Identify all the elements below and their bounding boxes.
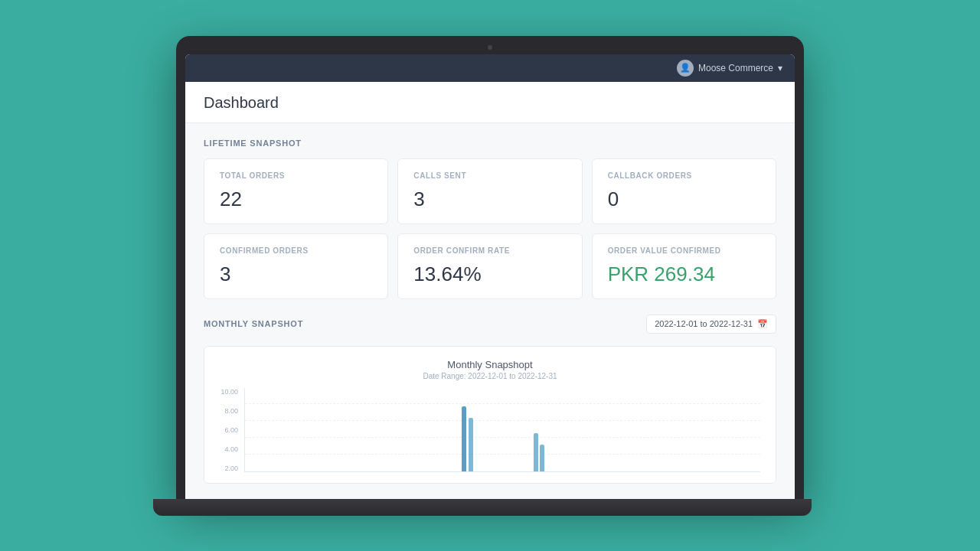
stat-card-order-value-confirmed: ORDER VALUE CONFIRMED PKR 269.34: [592, 233, 776, 299]
bar: [534, 433, 538, 471]
bar: [540, 445, 544, 471]
stat-label-confirmed-orders: CONFIRMED ORDERS: [220, 246, 372, 255]
grid-line: [245, 403, 760, 404]
stats-grid-row2: CONFIRMED ORDERS 3 ORDER CONFIRM RATE 13…: [204, 233, 776, 299]
stat-value-order-value-confirmed: PKR 269.34: [608, 262, 760, 286]
y-axis-label: 6.00: [220, 426, 238, 434]
calendar-icon: 📅: [757, 319, 768, 329]
lifetime-snapshot-title: LIFETIME SNAPSHOT: [204, 139, 776, 148]
y-axis-label: 8.00: [220, 407, 238, 415]
camera-dot: [488, 45, 492, 50]
stat-label-total-orders: TOTAL ORDERS: [220, 171, 372, 180]
stat-card-callback-orders: CALLBACK ORDERS 0: [592, 158, 776, 224]
user-name: Moose Commerce: [698, 63, 773, 73]
stat-label-calls-sent: CALLS SENT: [413, 171, 566, 180]
laptop-frame: 👤 Moose Commerce ▾ Dashboard LIFETIME SN…: [168, 36, 812, 516]
chart-subtitle: Date Range: 2022-12-01 to 2022-12-31: [220, 372, 760, 380]
stats-grid-row1: TOTAL ORDERS 22 CALLS SENT 3 CALLBACK OR…: [204, 158, 776, 224]
date-range-picker[interactable]: 2022-12-01 to 2022-12-31 📅: [646, 315, 776, 334]
page-title: Dashboard: [204, 94, 776, 112]
stat-card-total-orders: TOTAL ORDERS 22: [204, 158, 388, 224]
stat-card-order-confirm-rate: ORDER CONFIRM RATE 13.64%: [397, 233, 582, 299]
bar: [469, 418, 473, 471]
chart-plot: [244, 388, 760, 472]
avatar: 👤: [677, 60, 694, 77]
bar: [462, 406, 466, 471]
stat-card-calls-sent: CALLS SENT 3: [397, 158, 582, 224]
stat-value-calls-sent: 3: [413, 187, 566, 211]
app-content: Dashboard LIFETIME SNAPSHOT TOTAL ORDERS…: [185, 82, 795, 499]
main-content: LIFETIME SNAPSHOT TOTAL ORDERS 22 CALLS …: [185, 123, 795, 499]
page-header: Dashboard: [185, 82, 795, 123]
laptop-base: [153, 499, 812, 516]
monthly-snapshot-header: MONTHLY SNAPSHOT 2022-12-01 to 2022-12-3…: [204, 315, 776, 334]
laptop-body: 👤 Moose Commerce ▾ Dashboard LIFETIME SN…: [176, 36, 804, 499]
grid-line: [245, 420, 760, 421]
date-range-value: 2022-12-01 to 2022-12-31: [655, 319, 753, 328]
app-topbar: 👤 Moose Commerce ▾: [185, 54, 795, 82]
chart-title: Monthly Snapshopt: [220, 359, 760, 370]
chevron-down-icon: ▾: [778, 63, 782, 73]
stat-value-total-orders: 22: [220, 187, 372, 211]
stat-label-order-confirm-rate: ORDER CONFIRM RATE: [413, 246, 566, 255]
chart-area: 10.00 8.00 6.00 4.00 2.00: [220, 388, 760, 472]
y-axis: 10.00 8.00 6.00 4.00 2.00: [220, 388, 244, 472]
y-axis-label: 2.00: [220, 465, 238, 472]
stat-card-confirmed-orders: CONFIRMED ORDERS 3: [204, 233, 388, 299]
bar-group-2: [534, 433, 544, 471]
laptop-screen: 👤 Moose Commerce ▾ Dashboard LIFETIME SN…: [185, 54, 795, 499]
stat-label-callback-orders: CALLBACK ORDERS: [608, 171, 760, 180]
bar-group-1: [462, 406, 473, 471]
grid-line: [245, 437, 760, 438]
monthly-snapshot-title: MONTHLY SNAPSHOT: [204, 319, 303, 328]
stat-value-order-confirm-rate: 13.64%: [413, 262, 566, 286]
stat-value-confirmed-orders: 3: [220, 262, 372, 286]
monthly-chart-container: Monthly Snapshopt Date Range: 2022-12-01…: [204, 346, 776, 484]
y-axis-label: 10.00: [220, 388, 238, 396]
user-menu[interactable]: 👤 Moose Commerce ▾: [677, 60, 782, 77]
stat-label-order-value-confirmed: ORDER VALUE CONFIRMED: [608, 246, 760, 255]
stat-value-callback-orders: 0: [608, 187, 760, 211]
y-axis-label: 4.00: [220, 445, 238, 453]
grid-line: [245, 454, 760, 455]
